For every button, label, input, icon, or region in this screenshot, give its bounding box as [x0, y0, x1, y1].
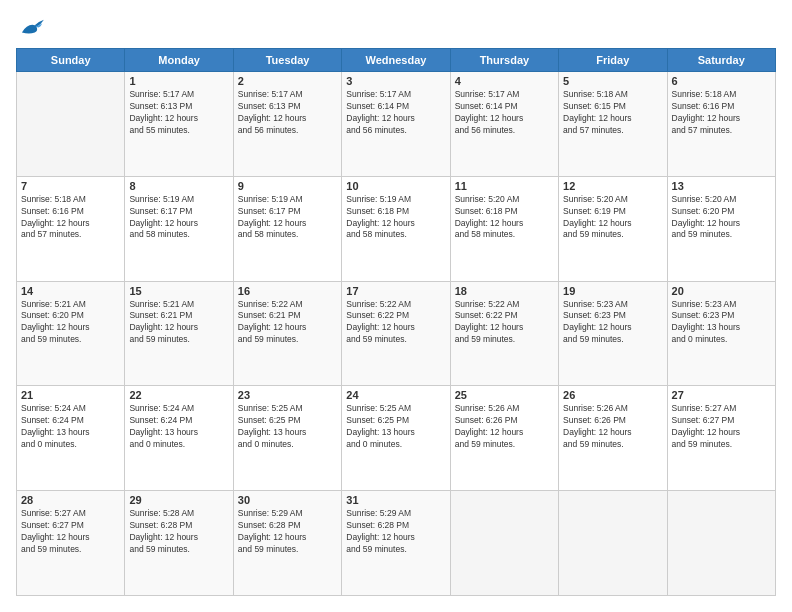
day-info: Sunrise: 5:29 AM Sunset: 6:28 PM Dayligh… — [346, 508, 445, 556]
day-number: 22 — [129, 389, 228, 401]
calendar-cell — [559, 491, 667, 596]
day-info: Sunrise: 5:23 AM Sunset: 6:23 PM Dayligh… — [672, 299, 771, 347]
calendar-cell: 12Sunrise: 5:20 AM Sunset: 6:19 PM Dayli… — [559, 176, 667, 281]
calendar-cell: 24Sunrise: 5:25 AM Sunset: 6:25 PM Dayli… — [342, 386, 450, 491]
calendar-week-5: 28Sunrise: 5:27 AM Sunset: 6:27 PM Dayli… — [17, 491, 776, 596]
page: SundayMondayTuesdayWednesdayThursdayFrid… — [0, 0, 792, 612]
day-number: 1 — [129, 75, 228, 87]
day-info: Sunrise: 5:18 AM Sunset: 6:16 PM Dayligh… — [672, 89, 771, 137]
day-number: 27 — [672, 389, 771, 401]
day-info: Sunrise: 5:23 AM Sunset: 6:23 PM Dayligh… — [563, 299, 662, 347]
calendar-week-3: 14Sunrise: 5:21 AM Sunset: 6:20 PM Dayli… — [17, 281, 776, 386]
day-info: Sunrise: 5:20 AM Sunset: 6:19 PM Dayligh… — [563, 194, 662, 242]
calendar-cell: 11Sunrise: 5:20 AM Sunset: 6:18 PM Dayli… — [450, 176, 558, 281]
day-number: 13 — [672, 180, 771, 192]
day-number: 21 — [21, 389, 120, 401]
day-number: 12 — [563, 180, 662, 192]
calendar-cell: 4Sunrise: 5:17 AM Sunset: 6:14 PM Daylig… — [450, 72, 558, 177]
col-header-saturday: Saturday — [667, 49, 775, 72]
day-number: 5 — [563, 75, 662, 87]
day-info: Sunrise: 5:21 AM Sunset: 6:20 PM Dayligh… — [21, 299, 120, 347]
day-info: Sunrise: 5:25 AM Sunset: 6:25 PM Dayligh… — [346, 403, 445, 451]
calendar-cell: 22Sunrise: 5:24 AM Sunset: 6:24 PM Dayli… — [125, 386, 233, 491]
day-number: 18 — [455, 285, 554, 297]
day-info: Sunrise: 5:28 AM Sunset: 6:28 PM Dayligh… — [129, 508, 228, 556]
day-info: Sunrise: 5:22 AM Sunset: 6:22 PM Dayligh… — [346, 299, 445, 347]
calendar-cell: 13Sunrise: 5:20 AM Sunset: 6:20 PM Dayli… — [667, 176, 775, 281]
day-info: Sunrise: 5:20 AM Sunset: 6:20 PM Dayligh… — [672, 194, 771, 242]
calendar-cell: 14Sunrise: 5:21 AM Sunset: 6:20 PM Dayli… — [17, 281, 125, 386]
day-number: 30 — [238, 494, 337, 506]
day-info: Sunrise: 5:19 AM Sunset: 6:17 PM Dayligh… — [129, 194, 228, 242]
logo — [16, 16, 46, 38]
calendar-cell: 6Sunrise: 5:18 AM Sunset: 6:16 PM Daylig… — [667, 72, 775, 177]
day-info: Sunrise: 5:24 AM Sunset: 6:24 PM Dayligh… — [129, 403, 228, 451]
day-info: Sunrise: 5:24 AM Sunset: 6:24 PM Dayligh… — [21, 403, 120, 451]
day-number: 28 — [21, 494, 120, 506]
calendar-cell: 28Sunrise: 5:27 AM Sunset: 6:27 PM Dayli… — [17, 491, 125, 596]
day-number: 9 — [238, 180, 337, 192]
header — [16, 16, 776, 38]
calendar-cell — [17, 72, 125, 177]
day-number: 26 — [563, 389, 662, 401]
day-number: 20 — [672, 285, 771, 297]
calendar-cell: 23Sunrise: 5:25 AM Sunset: 6:25 PM Dayli… — [233, 386, 341, 491]
day-info: Sunrise: 5:21 AM Sunset: 6:21 PM Dayligh… — [129, 299, 228, 347]
day-info: Sunrise: 5:22 AM Sunset: 6:21 PM Dayligh… — [238, 299, 337, 347]
day-info: Sunrise: 5:25 AM Sunset: 6:25 PM Dayligh… — [238, 403, 337, 451]
calendar-cell: 1Sunrise: 5:17 AM Sunset: 6:13 PM Daylig… — [125, 72, 233, 177]
calendar-cell: 10Sunrise: 5:19 AM Sunset: 6:18 PM Dayli… — [342, 176, 450, 281]
calendar-table: SundayMondayTuesdayWednesdayThursdayFrid… — [16, 48, 776, 596]
day-number: 15 — [129, 285, 228, 297]
calendar-cell: 16Sunrise: 5:22 AM Sunset: 6:21 PM Dayli… — [233, 281, 341, 386]
calendar-cell: 20Sunrise: 5:23 AM Sunset: 6:23 PM Dayli… — [667, 281, 775, 386]
day-info: Sunrise: 5:26 AM Sunset: 6:26 PM Dayligh… — [455, 403, 554, 451]
calendar-cell: 3Sunrise: 5:17 AM Sunset: 6:14 PM Daylig… — [342, 72, 450, 177]
col-header-friday: Friday — [559, 49, 667, 72]
calendar-cell: 31Sunrise: 5:29 AM Sunset: 6:28 PM Dayli… — [342, 491, 450, 596]
day-number: 2 — [238, 75, 337, 87]
col-header-thursday: Thursday — [450, 49, 558, 72]
calendar-cell: 15Sunrise: 5:21 AM Sunset: 6:21 PM Dayli… — [125, 281, 233, 386]
calendar-cell: 26Sunrise: 5:26 AM Sunset: 6:26 PM Dayli… — [559, 386, 667, 491]
calendar-cell: 2Sunrise: 5:17 AM Sunset: 6:13 PM Daylig… — [233, 72, 341, 177]
calendar-cell: 17Sunrise: 5:22 AM Sunset: 6:22 PM Dayli… — [342, 281, 450, 386]
calendar-week-4: 21Sunrise: 5:24 AM Sunset: 6:24 PM Dayli… — [17, 386, 776, 491]
day-number: 7 — [21, 180, 120, 192]
day-info: Sunrise: 5:26 AM Sunset: 6:26 PM Dayligh… — [563, 403, 662, 451]
calendar-week-1: 1Sunrise: 5:17 AM Sunset: 6:13 PM Daylig… — [17, 72, 776, 177]
day-number: 6 — [672, 75, 771, 87]
col-header-sunday: Sunday — [17, 49, 125, 72]
col-header-wednesday: Wednesday — [342, 49, 450, 72]
day-number: 16 — [238, 285, 337, 297]
calendar-cell — [667, 491, 775, 596]
day-number: 10 — [346, 180, 445, 192]
day-info: Sunrise: 5:17 AM Sunset: 6:13 PM Dayligh… — [238, 89, 337, 137]
day-info: Sunrise: 5:18 AM Sunset: 6:16 PM Dayligh… — [21, 194, 120, 242]
day-info: Sunrise: 5:27 AM Sunset: 6:27 PM Dayligh… — [672, 403, 771, 451]
calendar-week-2: 7Sunrise: 5:18 AM Sunset: 6:16 PM Daylig… — [17, 176, 776, 281]
day-number: 19 — [563, 285, 662, 297]
day-info: Sunrise: 5:18 AM Sunset: 6:15 PM Dayligh… — [563, 89, 662, 137]
day-number: 3 — [346, 75, 445, 87]
day-info: Sunrise: 5:27 AM Sunset: 6:27 PM Dayligh… — [21, 508, 120, 556]
day-number: 8 — [129, 180, 228, 192]
calendar-cell: 25Sunrise: 5:26 AM Sunset: 6:26 PM Dayli… — [450, 386, 558, 491]
day-number: 4 — [455, 75, 554, 87]
calendar-cell: 27Sunrise: 5:27 AM Sunset: 6:27 PM Dayli… — [667, 386, 775, 491]
calendar-cell: 7Sunrise: 5:18 AM Sunset: 6:16 PM Daylig… — [17, 176, 125, 281]
col-header-monday: Monday — [125, 49, 233, 72]
day-number: 14 — [21, 285, 120, 297]
col-header-tuesday: Tuesday — [233, 49, 341, 72]
logo-bird-icon — [18, 16, 46, 38]
calendar-cell: 9Sunrise: 5:19 AM Sunset: 6:17 PM Daylig… — [233, 176, 341, 281]
calendar-cell: 30Sunrise: 5:29 AM Sunset: 6:28 PM Dayli… — [233, 491, 341, 596]
day-info: Sunrise: 5:17 AM Sunset: 6:13 PM Dayligh… — [129, 89, 228, 137]
day-info: Sunrise: 5:19 AM Sunset: 6:18 PM Dayligh… — [346, 194, 445, 242]
day-info: Sunrise: 5:20 AM Sunset: 6:18 PM Dayligh… — [455, 194, 554, 242]
calendar-cell: 8Sunrise: 5:19 AM Sunset: 6:17 PM Daylig… — [125, 176, 233, 281]
calendar-cell — [450, 491, 558, 596]
day-info: Sunrise: 5:29 AM Sunset: 6:28 PM Dayligh… — [238, 508, 337, 556]
calendar-cell: 5Sunrise: 5:18 AM Sunset: 6:15 PM Daylig… — [559, 72, 667, 177]
day-info: Sunrise: 5:19 AM Sunset: 6:17 PM Dayligh… — [238, 194, 337, 242]
